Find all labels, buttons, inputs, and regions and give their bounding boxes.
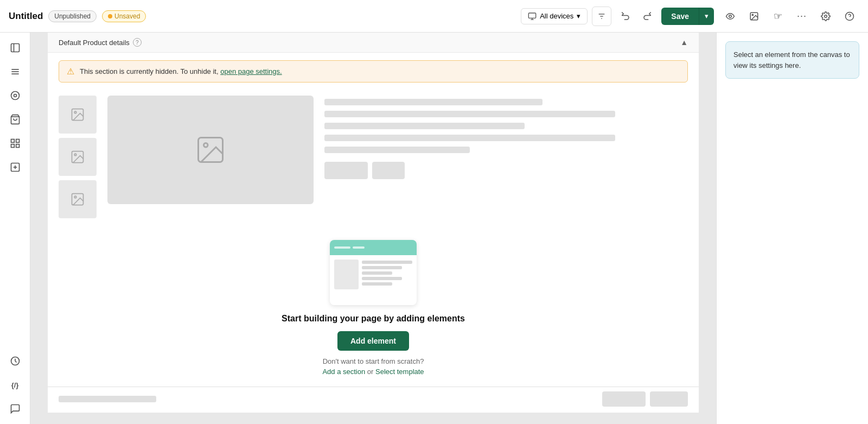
exit-icon: [10, 42, 21, 53]
monitor-icon: [528, 12, 537, 21]
select-template-link[interactable]: Select template: [375, 368, 424, 376]
topbar: Untitled Unpublished Unsaved All devices…: [0, 0, 868, 33]
page-mockup: [330, 240, 417, 305]
scratch-text: Don't want to start from scratch?: [323, 357, 424, 365]
svg-rect-21: [16, 140, 19, 143]
mockup-header-line-1: [334, 246, 350, 249]
help-icon: [845, 11, 854, 21]
sidebar-item-code[interactable]: {/}: [4, 374, 26, 396]
chevron-down-icon: ▾: [577, 12, 580, 20]
help-icon[interactable]: ?: [133, 38, 142, 47]
cursor-icon: ☞: [774, 10, 782, 22]
product-title-placeholder: [324, 99, 542, 105]
svg-rect-22: [11, 144, 14, 148]
svg-point-9: [825, 15, 827, 17]
undo-icon: [621, 11, 630, 21]
product-desc-placeholder-2: [324, 123, 525, 129]
thumbnail-list: [59, 96, 97, 218]
sidebar-item-design[interactable]: [4, 85, 26, 106]
collapse-button[interactable]: ▲: [680, 38, 688, 47]
mockup-header: [330, 240, 417, 255]
mockup-body: [330, 255, 417, 294]
main-image-placeholder-icon: [194, 134, 227, 166]
thumbnail-1: [59, 96, 97, 134]
preview-button[interactable]: [720, 7, 740, 26]
settings-button[interactable]: [816, 7, 835, 26]
design-icon: [10, 90, 21, 101]
section-title: Default Product details ?: [59, 38, 142, 47]
topbar-center: All devices ▾ Save ▾: [521, 7, 714, 26]
add-element-button[interactable]: Add element: [337, 331, 409, 351]
product-desc-placeholder-1: [324, 111, 615, 117]
sidebar-item-add-section[interactable]: [4, 156, 26, 178]
open-page-settings-link[interactable]: open page settings.: [220, 67, 282, 75]
mockup-line-3: [362, 271, 392, 275]
thumbnail-3: [59, 180, 97, 218]
product-add-btn-placeholder: [324, 162, 368, 179]
main-product-image: [107, 96, 314, 204]
svg-point-6: [729, 15, 732, 17]
cursor-button[interactable]: ☞: [768, 7, 788, 26]
help-button[interactable]: [840, 7, 859, 26]
filter-button[interactable]: [592, 7, 611, 26]
product-desc-placeholder-3: [324, 135, 615, 141]
product-btn-group: [324, 162, 688, 179]
status-badge-unpublished: Unpublished: [48, 10, 97, 22]
topbar-left: Untitled Unpublished Unsaved: [9, 10, 514, 22]
status-badge-unsaved: Unsaved: [102, 10, 146, 22]
mockup-line-1: [362, 261, 412, 264]
sidebar-item-exit[interactable]: [4, 37, 26, 59]
sidebar-item-history[interactable]: [4, 350, 26, 372]
sidebar-item-chat[interactable]: [4, 398, 26, 420]
redo-icon: [642, 11, 652, 21]
shop-icon: [10, 114, 21, 125]
svg-point-17: [11, 92, 19, 100]
main-layout: {/} Default Product details ? ▲ ⚠: [0, 33, 868, 424]
page-title: Untitled: [9, 11, 43, 22]
svg-rect-12: [11, 44, 19, 52]
add-section-icon: [10, 162, 21, 173]
sidebar-item-layers[interactable]: [4, 61, 26, 83]
product-price-placeholder: [324, 147, 470, 153]
history-icon: [10, 356, 21, 366]
bottom-action-btn-2: [650, 391, 688, 407]
product-buy-btn-placeholder: [372, 162, 405, 179]
scratch-links: Add a section or Select template: [322, 368, 424, 376]
settings-tooltip: Select an element from the canvas to vie…: [725, 41, 859, 79]
sidebar-item-shop[interactable]: [4, 109, 26, 130]
bottom-bar: [48, 387, 699, 410]
chat-icon: [10, 403, 21, 414]
save-button[interactable]: Save: [661, 8, 699, 25]
section-header: Default Product details ? ▲: [48, 33, 699, 53]
bottom-placeholder-text: [59, 396, 156, 402]
svg-rect-20: [11, 140, 14, 143]
svg-point-33: [74, 196, 76, 198]
svg-point-35: [204, 143, 208, 148]
device-selector-button[interactable]: All devices ▾: [521, 8, 588, 24]
right-panel: Select an element from the canvas to vie…: [716, 33, 868, 424]
save-dropdown-button[interactable]: ▾: [699, 8, 714, 25]
sidebar-item-grid[interactable]: [4, 132, 26, 154]
svg-rect-0: [528, 13, 535, 18]
redo-button[interactable]: [637, 7, 657, 26]
sliders-icon: [597, 12, 606, 21]
mockup-text-lines: [362, 260, 412, 289]
add-section-link[interactable]: Add a section: [322, 368, 365, 376]
more-options-button[interactable]: ···: [792, 7, 812, 26]
canvas-wrapper: Default Product details ? ▲ ⚠ This secti…: [30, 33, 716, 424]
grid-icon: [10, 138, 21, 149]
ellipsis-icon: ···: [797, 10, 807, 22]
svg-point-29: [74, 111, 76, 113]
undo-redo-group: [616, 7, 657, 26]
warning-icon: ⚠: [67, 66, 74, 77]
sidebar: {/}: [0, 33, 30, 424]
save-group: Save ▾: [661, 8, 714, 25]
topbar-right: ☞ ···: [720, 7, 859, 26]
canvas: Default Product details ? ▲ ⚠ This secti…: [48, 33, 699, 413]
product-info: [324, 96, 688, 218]
svg-point-31: [74, 154, 76, 156]
image-button[interactable]: [744, 7, 764, 26]
mockup-image: [334, 260, 359, 289]
image-placeholder-icon: [70, 107, 85, 122]
undo-button[interactable]: [616, 7, 635, 26]
